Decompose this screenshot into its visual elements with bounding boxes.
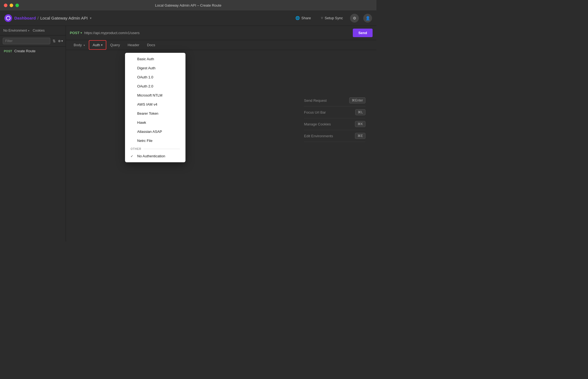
- atlassian-label: Atlassian ASAP: [137, 130, 162, 134]
- traffic-lights: [4, 4, 19, 7]
- auth-oauth2[interactable]: OAuth 2.0: [125, 82, 185, 91]
- env-selector[interactable]: No Environment ▾: [3, 29, 29, 32]
- fullscreen-button[interactable]: [15, 4, 19, 7]
- user-avatar[interactable]: 👤: [363, 14, 372, 23]
- cookies-button[interactable]: Cookies: [33, 29, 45, 32]
- header-left: Dashboard / Local Gateway Admin API ▾: [4, 14, 293, 22]
- breadcrumb-dashboard[interactable]: Dashboard: [14, 16, 36, 20]
- auth-netrc[interactable]: Netrc File: [125, 136, 185, 145]
- method-label: POST: [70, 31, 79, 35]
- tab-docs[interactable]: Docs: [143, 40, 159, 50]
- auth-digest-auth[interactable]: Digest Auth: [125, 64, 185, 73]
- shortcut-send-request: Send Request ⌘Enter: [304, 95, 365, 106]
- shortcut-send-label: Send Request: [304, 98, 326, 103]
- breadcrumb-current[interactable]: Local Gateway Admin API: [40, 16, 88, 20]
- auth-atlassian[interactable]: Atlassian ASAP: [125, 127, 185, 136]
- no-auth-label: No Authentication: [137, 154, 165, 158]
- tab-body-label: Body: [74, 43, 82, 47]
- window-title: Local Gateway Admin API – Create Route: [155, 3, 221, 7]
- logo-inner: [6, 16, 10, 20]
- shortcut-url-label: Focus Url Bar: [304, 110, 326, 114]
- env-bar: No Environment ▾ Cookies: [0, 26, 66, 35]
- url-bar: POST ▾ Send: [66, 26, 376, 40]
- sort-icon[interactable]: ⇅: [52, 39, 56, 43]
- shortcuts-panel: Send Request ⌘Enter Focus Url Bar ⌘L Man…: [304, 95, 365, 142]
- setup-sync-button[interactable]: ⑂ Setup Sync: [318, 15, 346, 21]
- tab-auth-label: Auth: [93, 43, 100, 47]
- auth-basic-auth[interactable]: Basic Auth: [125, 54, 185, 64]
- ntlm-label: Microsoft NTLM: [137, 93, 162, 97]
- add-button[interactable]: ⊕ ▾: [58, 39, 63, 43]
- tab-docs-label: Docs: [147, 43, 155, 47]
- chevron-down-icon: ▾: [28, 29, 29, 32]
- tab-body[interactable]: Body ▾: [70, 40, 89, 50]
- shortcut-send-key: ⌘Enter: [349, 97, 365, 103]
- plus-icon: ⊕: [58, 39, 61, 43]
- auth-hawk[interactable]: Hawk: [125, 118, 185, 127]
- shortcut-environments: Edit Environments ⌘E: [304, 130, 365, 142]
- auth-oauth1[interactable]: OAuth 1.0: [125, 73, 185, 82]
- request-area: POST ▾ Send Body ▾ Auth ▾ Basic Auth: [66, 26, 376, 241]
- url-input[interactable]: [84, 31, 351, 35]
- auth-bearer-token[interactable]: Bearer Token: [125, 109, 185, 118]
- shortcut-url-key: ⌘L: [355, 109, 365, 115]
- chevron-down-icon[interactable]: ▾: [90, 16, 91, 20]
- close-button[interactable]: [4, 4, 7, 7]
- send-button[interactable]: Send: [353, 29, 373, 37]
- tabs-bar: Body ▾ Auth ▾ Basic Auth Digest Auth: [66, 40, 376, 50]
- setup-sync-label: Setup Sync: [325, 16, 343, 20]
- filter-input[interactable]: [3, 38, 50, 44]
- header: Dashboard / Local Gateway Admin API ▾ 🌐 …: [0, 10, 376, 26]
- app-logo: [4, 14, 12, 22]
- shortcut-env-key: ⌘E: [355, 133, 365, 139]
- other-section-label: OTHER: [131, 147, 141, 150]
- breadcrumb: Dashboard / Local Gateway Admin API ▾: [14, 16, 91, 20]
- main-layout: No Environment ▾ Cookies ⇅ ⊕ ▾ POST Crea…: [0, 26, 376, 241]
- check-icon: ✓: [131, 154, 135, 158]
- auth-dropdown: Basic Auth Digest Auth OAuth 1.0 OAuth 2…: [125, 53, 185, 162]
- oauth2-label: OAuth 2.0: [137, 84, 153, 88]
- sidebar-item-create-route[interactable]: POST Create Route: [0, 47, 66, 55]
- minimize-button[interactable]: [10, 4, 13, 7]
- hawk-label: Hawk: [137, 120, 146, 125]
- divider-line: [143, 149, 180, 149]
- tab-query[interactable]: Query: [106, 40, 124, 50]
- method-selector[interactable]: POST ▾: [70, 31, 82, 35]
- user-icon: 👤: [365, 16, 370, 20]
- oauth1-label: OAuth 1.0: [137, 75, 153, 79]
- breadcrumb-separator: /: [37, 16, 38, 20]
- method-badge: POST: [4, 50, 12, 53]
- basic-auth-label: Basic Auth: [137, 57, 154, 61]
- other-section-divider: OTHER: [125, 145, 185, 152]
- chevron-down-icon: ▾: [81, 31, 82, 34]
- auth-aws-iam[interactable]: AWS IAM v4: [125, 100, 185, 109]
- tab-header-label: Header: [127, 43, 139, 47]
- chevron-down-icon: ▾: [84, 44, 85, 47]
- tab-query-label: Query: [110, 43, 120, 47]
- sidebar: No Environment ▾ Cookies ⇅ ⊕ ▾ POST Crea…: [0, 26, 66, 241]
- aws-iam-label: AWS IAM v4: [137, 102, 157, 106]
- bearer-token-label: Bearer Token: [137, 111, 158, 116]
- share-button[interactable]: 🌐 Share: [293, 15, 314, 21]
- tab-header[interactable]: Header: [124, 40, 143, 50]
- shortcut-cookies-key: ⌘K: [355, 121, 365, 127]
- tab-auth[interactable]: Auth ▾ Basic Auth Digest Auth OAuth 1.0: [89, 40, 106, 50]
- shortcut-focus-url: Focus Url Bar ⌘L: [304, 106, 365, 118]
- share-icon: 🌐: [295, 16, 300, 20]
- header-right: 🌐 Share ⑂ Setup Sync ⚙ 👤: [293, 14, 372, 23]
- sync-icon: ⑂: [321, 16, 323, 20]
- title-bar: Local Gateway Admin API – Create Route: [0, 0, 376, 10]
- auth-no-authentication[interactable]: ✓ No Authentication: [125, 152, 185, 161]
- env-label: No Environment: [3, 29, 27, 32]
- add-chevron: ▾: [61, 39, 63, 43]
- route-name: Create Route: [14, 49, 35, 53]
- digest-auth-label: Digest Auth: [137, 66, 156, 70]
- filter-bar: ⇅ ⊕ ▾: [0, 35, 66, 47]
- shortcut-cookies-label: Manage Cookies: [304, 122, 331, 126]
- settings-button[interactable]: ⚙: [350, 14, 359, 23]
- share-label: Share: [301, 16, 311, 20]
- chevron-down-icon: ▾: [101, 43, 102, 46]
- auth-ntlm[interactable]: Microsoft NTLM: [125, 91, 185, 100]
- gear-icon: ⚙: [353, 16, 356, 20]
- netrc-label: Netrc File: [137, 139, 152, 143]
